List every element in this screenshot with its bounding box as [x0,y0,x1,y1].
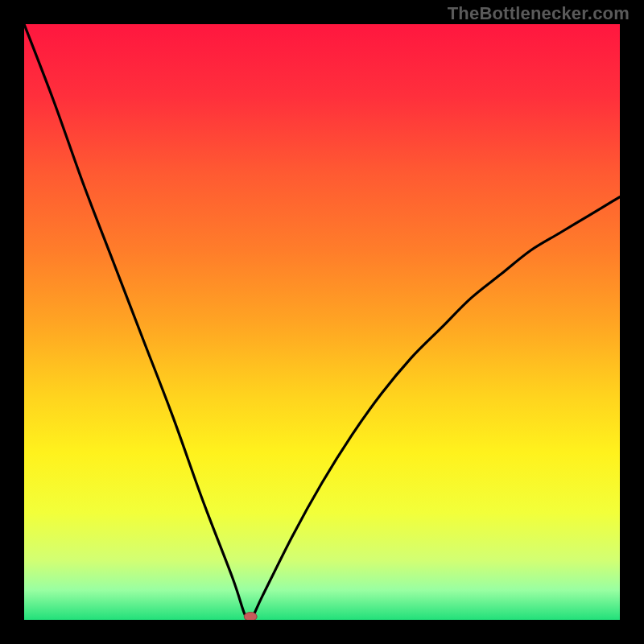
gradient-background [24,24,620,620]
chart-svg [24,24,620,620]
watermark-text: TheBottlenecker.com [448,3,630,24]
chart-frame: TheBottlenecker.com [0,0,644,644]
chart-plot-area [24,24,620,620]
optimal-point-marker [244,613,257,621]
